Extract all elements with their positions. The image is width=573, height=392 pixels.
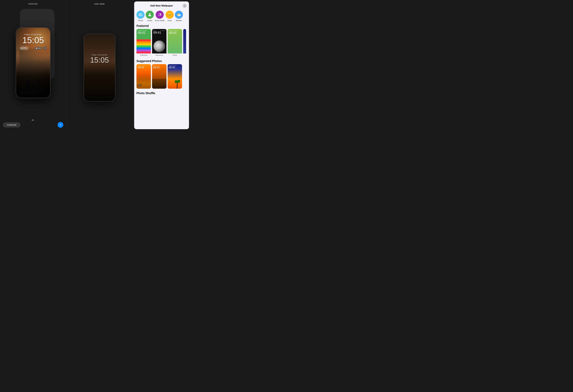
weather-info: Cloudy H14° L5° [23,47,28,50]
shuffle-label: Photo Shuffle [155,20,164,21]
featured-card-extra[interactable] [183,29,186,56]
phone-container-1: Friday, 29 December 15:05 ☁️ Cloudy H14°… [15,7,52,118]
bottom-spacer [134,96,189,99]
stripe-red [137,39,151,41]
suggested-bg-2: Tuesday, 9 January 09:41 [152,64,166,89]
wallpaper-type-shuffle[interactable]: Photo Shuffle [155,11,164,21]
suggested-time-2: 09:41 [153,66,165,69]
none-label: None [38,48,41,49]
astronomy-time-overlay: Fri 29 First Quarter 09:41 [153,30,165,34]
add-new-overlay [84,34,115,101]
page-dots [32,120,35,120]
featured-card-collections[interactable]: Tuesday, 9 January 09:41 [137,29,151,56]
featured-card-colour[interactable]: Tuesday, 9 January 09:41 Colour [168,29,182,56]
suggested-overlay-3: Tuesday, 9 January 09:41 [169,65,181,69]
close-button[interactable]: × [183,4,187,8]
wallpaper-type-photos[interactable]: Photos [137,11,144,21]
water-reflection-2 [152,79,166,89]
weather-icon-circle: ⛅ [175,11,183,19]
extra-card-bg [183,29,186,53]
add-new-panel: ADD NEW Friday, 29 December 15:05 + [66,0,133,131]
photos-icon-circle [137,11,144,19]
water-reflection-1 [137,76,151,89]
suggested-bg-3: Tuesday, 9 January 09:41 [168,64,182,89]
wallpaper-type-weather[interactable]: ⛅ Weather [175,11,183,21]
dot-1 [32,120,33,120]
photos-label: Photos [138,20,143,21]
svg-point-21 [149,13,150,15]
cloud-icon: ☁️ [21,48,22,49]
ring-symbol: ⊚ [44,47,46,49]
weather-widget: ☁️ Cloudy H14° L5° [20,46,29,50]
astronomy-time: 09:41 [153,31,165,34]
calendar-icon: 📅 [36,48,37,49]
wallpaper-type-emoji[interactable]: 😊 Emoji [166,11,174,21]
wallpaper-sheet: Add New Wallpaper × Photos [134,1,189,129]
weather-icon: ⛅ [177,13,181,17]
collections-label: Collections [137,53,151,56]
phone-screen-1: Friday, 29 December 15:05 ☁️ Cloudy H14°… [16,28,50,98]
suggested-grid: Tuesday, 9 January 09:41 Alarm 16:00 Tue… [134,64,189,91]
lock-widgets: ☁️ Cloudy H14° L5° 📅 None [18,46,48,50]
weather-label: Weather [176,20,182,21]
photos-icon [139,13,143,17]
weather-condition: Cloudy [23,47,28,48]
sheet-header: Add New Wallpaper × [134,1,189,9]
people-icon [148,13,152,17]
stripe-orange [137,41,151,43]
add-wallpaper-button[interactable]: + [57,122,63,128]
svg-point-25 [175,81,180,82]
astronomy-card-inner: Fri 29 First Quarter 09:41 [152,29,166,53]
sheet-title: Add New Wallpaper [141,4,183,7]
focus-badge[interactable]: 📅 None [35,47,42,49]
add-new-phone: Friday, 29 December 15:05 + [84,34,115,102]
shuffle-icon-circle [156,11,164,19]
suggested-overlay-2: Tuesday, 9 January 09:41 [153,65,165,69]
suggested-card-1[interactable]: Tuesday, 9 January 09:41 Alarm 16:00 [137,64,151,89]
suggested-title: Suggested Photos [134,59,189,64]
svg-rect-19 [139,13,142,16]
extra-card-label [183,53,186,55]
rainbow-stripes [137,39,151,53]
emoji-icon: 😊 [167,13,172,17]
suggested-bg-1: Tuesday, 9 January 09:41 Alarm 16:00 [137,64,151,89]
emoji-icon-circle: 😊 [166,11,174,19]
colour-card-inner: Tuesday, 9 January 09:41 [168,29,182,53]
add-new-date: Friday, 29 December [90,54,109,56]
suggested-card-2[interactable]: Tuesday, 9 January 09:41 [152,64,166,89]
svg-rect-20 [140,14,140,15]
stripe-blue [137,48,151,50]
people-icon-circle [146,11,154,19]
photos-panel: PHOTOS [0,0,66,131]
wallpaper-panel: Add New Wallpaper × Photos [133,0,190,131]
astronomy-bg: Fri 29 First Quarter 09:41 [152,29,166,53]
ring-icon: ⊚ [43,46,47,50]
collections-time-overlay: Tuesday, 9 January 09:41 [138,30,150,34]
add-new-time: 15:05 [90,56,109,64]
sugg-widget-time-1: 16:00 [138,85,141,86]
dot-2 [34,120,35,120]
collections-card-inner: Tuesday, 9 January 09:41 [137,29,151,53]
wallpaper-type-people[interactable]: People [146,11,154,21]
suggested-time-1: 09:41 [138,66,150,69]
extra-card-inner [183,29,186,53]
astronomy-label: Astronomy [152,53,166,56]
photos-panel-title: PHOTOS [29,3,38,5]
add-new-clock: Friday, 29 December 15:05 [90,54,109,65]
colour-time-overlay: Tuesday, 9 January 09:41 [169,30,181,34]
add-new-title: ADD NEW [94,3,105,5]
customise-button[interactable]: Customise [3,122,20,127]
phone-container-2: Friday, 29 December 15:05 + [81,7,118,128]
suggested-card-3[interactable]: Tuesday, 9 January 09:41 [168,64,182,89]
colour-label: Colour [168,53,182,56]
stripe-green [137,45,151,48]
people-label: People [147,20,152,21]
widget-icons-right: 📅 None ⊚ [35,46,47,50]
astronomy-date-right: First Quarter [161,30,165,31]
featured-card-astronomy[interactable]: Fri 29 First Quarter 09:41 Astronomy [152,29,166,56]
colour-bg: Tuesday, 9 January 09:41 [168,29,182,53]
lock-screen-content: Friday, 29 December 15:05 ☁️ Cloudy H14°… [16,28,50,98]
colour-time: 09:41 [169,31,181,34]
wallpaper-icons-row: Photos People [134,9,189,24]
moon-circle [154,40,165,52]
